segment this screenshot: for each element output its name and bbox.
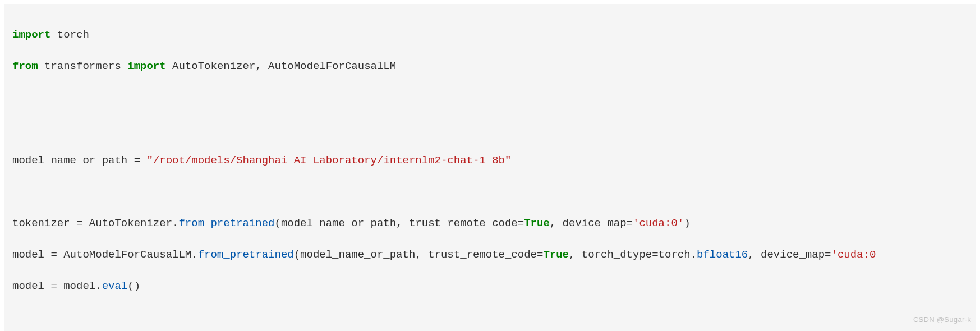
code-line-3b: [12, 121, 968, 137]
watermark: CSDN @Sugar-k: [913, 312, 971, 328]
method-name: from_pretrained: [178, 217, 274, 229]
keyword-import: import: [127, 60, 165, 72]
code-text: , device_map=: [550, 217, 633, 229]
code-line-9: [12, 310, 968, 325]
keyword-import: import: [12, 29, 50, 41]
code-line-3: [12, 90, 968, 105]
code-text: (): [127, 280, 140, 292]
code-text: tokenizer = AutoTokenizer.: [12, 217, 178, 229]
code-text: torch: [50, 29, 89, 41]
string-literal: 'cuda:0: [831, 249, 876, 261]
bool-literal: True: [524, 217, 550, 229]
string-literal: "/root/models/Shanghai_AI_Laboratory/int…: [146, 154, 511, 167]
code-cell[interactable]: import torch from transformers import Au…: [4, 4, 976, 331]
code-text: model = model.: [12, 280, 102, 292]
code-text: (model_name_or_path, trust_remote_code=: [294, 249, 544, 261]
bool-literal: True: [543, 249, 569, 261]
code-text: model_name_or_path =: [12, 154, 146, 167]
code-text: , device_map=: [748, 249, 831, 261]
attr-name: bfloat16: [697, 249, 748, 261]
code-line-5: [12, 184, 968, 200]
code-text: , torch_dtype=torch.: [569, 249, 697, 261]
code-line-7: model = AutoModelForCausalLM.from_pretra…: [12, 247, 968, 263]
code-text: AutoTokenizer, AutoModelForCausalLM: [166, 60, 396, 72]
code-text: (model_name_or_path, trust_remote_code=: [274, 217, 524, 229]
string-literal: 'cuda:0': [633, 217, 684, 229]
code-text: transformers: [38, 60, 128, 72]
code-line-8: model = model.eval(): [12, 278, 968, 294]
keyword-from: from: [12, 60, 38, 72]
code-text: ): [684, 217, 690, 229]
code-line-2: from transformers import AutoTokenizer, …: [12, 58, 968, 74]
method-name: eval: [102, 280, 128, 292]
code-text: model = AutoModelForCausalLM.: [12, 249, 198, 261]
code-line-6: tokenizer = AutoTokenizer.from_pretraine…: [12, 215, 968, 231]
code-line-1: import torch: [12, 27, 968, 43]
method-name: from_pretrained: [198, 249, 294, 261]
code-line-4: model_name_or_path = "/root/models/Shang…: [12, 153, 968, 168]
